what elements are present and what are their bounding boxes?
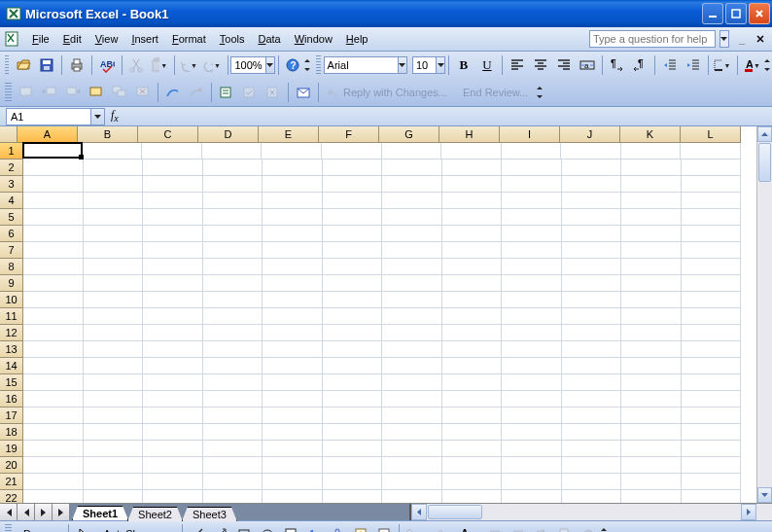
hscroll-thumb[interactable]	[428, 505, 482, 519]
cell[interactable]	[84, 374, 144, 391]
column-header[interactable]: J	[560, 126, 620, 143]
sheet-tab[interactable]: Sheet3	[182, 507, 237, 521]
next-sheet-button[interactable]	[35, 504, 53, 520]
cell[interactable]	[562, 193, 622, 209]
menu-help[interactable]: Help	[339, 31, 375, 47]
cell[interactable]	[143, 474, 203, 490]
line-color-button[interactable]: ▼	[430, 523, 455, 532]
formula-input[interactable]	[124, 108, 772, 125]
cell[interactable]	[203, 391, 263, 408]
cell[interactable]	[621, 457, 682, 474]
cell[interactable]	[143, 358, 203, 374]
spelling-button[interactable]: ABC	[96, 54, 118, 76]
cell[interactable]	[502, 358, 562, 374]
cell[interactable]	[263, 474, 323, 490]
cell[interactable]	[442, 457, 503, 474]
next-comment-button[interactable]	[62, 82, 84, 103]
zoom-combo[interactable]: 100%	[230, 56, 265, 74]
cell[interactable]	[263, 358, 323, 374]
cell[interactable]	[263, 292, 323, 308]
cell[interactable]	[442, 391, 503, 408]
cell[interactable]	[382, 143, 442, 160]
cell[interactable]	[23, 292, 84, 308]
cell[interactable]	[382, 341, 442, 358]
toolbar-grip[interactable]	[5, 524, 12, 532]
cell[interactable]	[22, 142, 83, 159]
cell[interactable]	[83, 143, 143, 160]
send-mail-button[interactable]	[293, 82, 314, 103]
cell[interactable]	[382, 193, 442, 209]
row-header[interactable]: 21	[0, 474, 23, 490]
toolbar-options[interactable]	[764, 54, 770, 76]
cell[interactable]	[621, 259, 682, 275]
cell[interactable]	[23, 226, 84, 242]
rtl-button[interactable]: ¶	[629, 54, 650, 76]
line-style-button[interactable]	[484, 523, 506, 532]
maximize-button[interactable]	[725, 3, 747, 24]
cell[interactable]	[621, 292, 682, 308]
cell[interactable]	[562, 391, 622, 408]
cell[interactable]	[23, 209, 84, 226]
cell[interactable]	[442, 275, 503, 292]
cell[interactable]	[682, 490, 742, 503]
cell[interactable]	[143, 341, 203, 358]
cell[interactable]	[84, 358, 144, 374]
show-comment-button[interactable]	[86, 82, 107, 103]
help-button[interactable]: ?	[282, 54, 303, 76]
cell[interactable]	[682, 424, 742, 441]
cell[interactable]	[442, 341, 503, 358]
cell[interactable]	[23, 193, 84, 209]
cell[interactable]	[84, 226, 144, 242]
cell[interactable]	[203, 242, 263, 259]
font-color-button[interactable]: A▼	[742, 54, 763, 76]
cell[interactable]	[203, 474, 263, 490]
diagram-button[interactable]	[327, 523, 348, 532]
ltr-button[interactable]: ¶	[606, 54, 627, 76]
cell[interactable]	[263, 374, 323, 391]
cell[interactable]	[502, 259, 562, 275]
font-size-dropdown[interactable]	[437, 56, 445, 74]
menu-edit[interactable]: Edit	[56, 31, 88, 47]
column-header[interactable]: D	[198, 126, 259, 143]
cell[interactable]	[682, 325, 742, 341]
cell[interactable]	[682, 374, 742, 391]
cell[interactable]	[682, 308, 742, 325]
toolbar-options[interactable]	[536, 82, 544, 103]
cell[interactable]	[84, 242, 144, 259]
cell[interactable]	[323, 341, 383, 358]
cell[interactable]	[442, 374, 503, 391]
cells-area[interactable]	[23, 143, 741, 503]
cell[interactable]	[323, 408, 383, 424]
cell[interactable]	[84, 193, 144, 209]
cell[interactable]	[143, 325, 203, 341]
cell[interactable]	[263, 341, 323, 358]
minimize-button[interactable]	[702, 3, 723, 24]
cell[interactable]	[323, 176, 383, 193]
cell[interactable]	[562, 341, 622, 358]
cell[interactable]	[263, 176, 323, 193]
help-search-dropdown[interactable]	[719, 30, 729, 48]
close-button[interactable]	[749, 3, 770, 24]
cell[interactable]	[562, 424, 622, 441]
cell[interactable]	[84, 424, 144, 441]
cell[interactable]	[502, 325, 562, 341]
row-header[interactable]: 8	[0, 259, 23, 275]
cell[interactable]	[203, 176, 263, 193]
cell[interactable]	[682, 242, 742, 259]
cell[interactable]	[203, 374, 263, 391]
cell[interactable]	[562, 308, 622, 325]
cell[interactable]	[203, 325, 263, 341]
cell[interactable]	[323, 259, 383, 275]
cell[interactable]	[143, 424, 203, 441]
scroll-down-button[interactable]	[757, 487, 772, 503]
cell[interactable]	[382, 391, 442, 408]
cell[interactable]	[502, 408, 562, 424]
cell[interactable]	[203, 341, 263, 358]
cell[interactable]	[621, 358, 682, 374]
cell[interactable]	[143, 226, 203, 242]
cell[interactable]	[682, 391, 742, 408]
cell[interactable]	[203, 209, 263, 226]
workbook-close-button[interactable]	[753, 31, 768, 47]
cell[interactable]	[382, 424, 442, 441]
cell[interactable]	[203, 193, 263, 209]
